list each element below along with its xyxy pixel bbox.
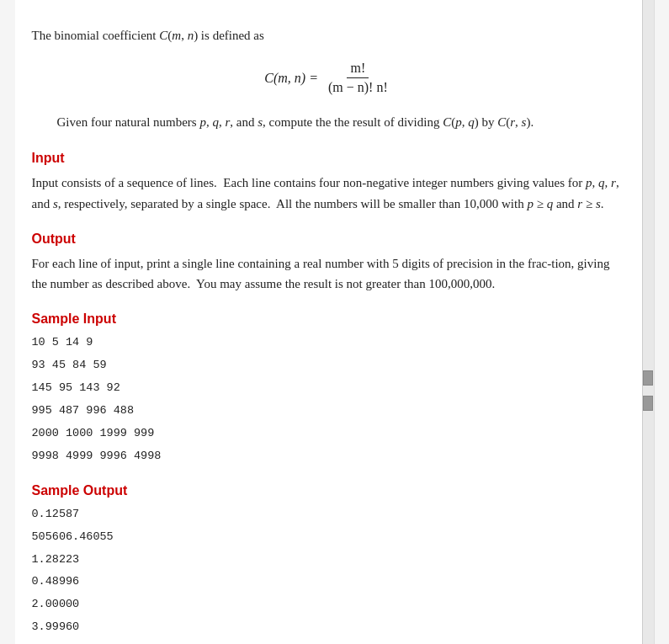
sample-input-line-4: 995 487 996 488: [32, 402, 624, 421]
sample-output-line-6: 3.99960: [32, 618, 624, 637]
sample-output-line-1: 0.12587: [32, 505, 624, 524]
output-section-title: Output: [32, 232, 624, 247]
given-text: Given four natural numbers p, q, r, and …: [57, 112, 624, 132]
fraction-denominator: (m − n)! n!: [325, 78, 391, 95]
sample-input-line-2: 93 45 84 59: [32, 356, 624, 375]
intro-line1: The binomial coefficient C(m, n) is defi…: [32, 29, 264, 42]
sample-input-block: 10 5 14 9 93 45 84 59 145 95 143 92 995 …: [32, 333, 624, 466]
sample-input-line-3: 145 95 143 92: [32, 379, 624, 398]
sample-output-block: 0.12587 505606.46055 1.28223 0.48996 2.0…: [32, 505, 624, 638]
output-section-body: For each line of input, print a single l…: [32, 253, 624, 295]
sample-input-title: Sample Input: [32, 311, 624, 327]
scrollbar-thumb-lower[interactable]: [643, 396, 653, 411]
sample-output-line-4: 0.48996: [32, 572, 624, 592]
sample-output-line-5: 2.00000: [32, 595, 624, 615]
intro-text: The binomial coefficient C(m, n) is defi…: [32, 25, 624, 45]
sample-input-line-6: 9998 4999 9996 4998: [32, 447, 624, 466]
formula-block: C(m, n) = m! (m − n)! n!: [32, 61, 624, 95]
sample-output-title: Sample Output: [32, 483, 624, 498]
formula-lhs: C(m, n) =: [264, 71, 318, 85]
sample-output-line-2: 505606.46055: [32, 528, 624, 547]
fraction-numerator: m!: [347, 61, 369, 78]
scrollbar-thumb-upper[interactable]: [643, 370, 653, 386]
page-container: The binomial coefficient C(m, n) is defi…: [15, 0, 655, 644]
sample-input-line-1: 10 5 14 9: [32, 333, 624, 353]
scrollbar[interactable]: [642, 0, 654, 644]
input-section-body: Input consists of a sequence of lines. E…: [32, 173, 624, 215]
formula-fraction: m! (m − n)! n!: [325, 61, 391, 95]
sample-output-line-3: 1.28223: [32, 551, 624, 570]
sample-input-line-5: 2000 1000 1999 999: [32, 424, 624, 444]
input-section-title: Input: [32, 151, 624, 166]
